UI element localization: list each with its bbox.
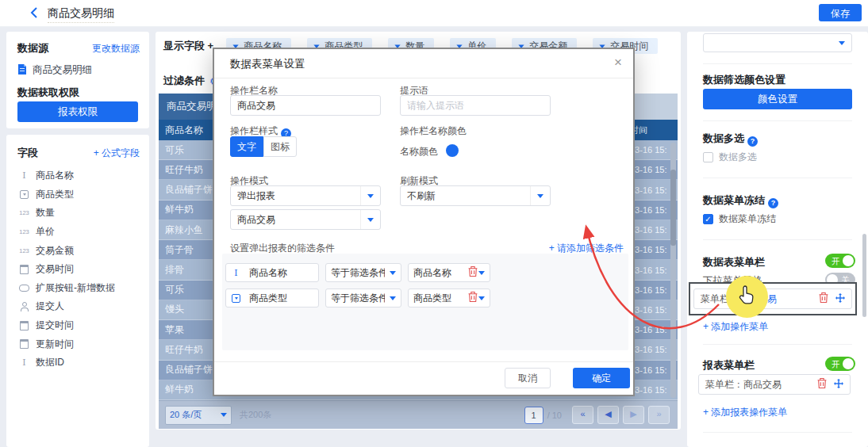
datasource-item[interactable]: 商品交易明细 (17, 63, 92, 77)
add-menu-link[interactable]: + 添加操作菜单 (703, 320, 768, 334)
top-bar: 商品交易明细 保存 (0, 0, 868, 27)
field-type-icon (229, 268, 243, 278)
report-menu-item[interactable]: 菜单栏： 商品交易 (698, 374, 851, 395)
op-mode-select[interactable]: 弹出报表 (230, 185, 381, 206)
next-page-button[interactable]: ▶ (623, 406, 644, 424)
datasource-heading: 数据源 (17, 41, 48, 55)
filter-value-select[interactable]: 商品名称 (408, 263, 490, 282)
chevron-down-icon (478, 296, 485, 304)
op-name-input[interactable] (230, 95, 381, 116)
refresh-mode-select[interactable]: 不刷新 (400, 185, 551, 206)
field-list-item[interactable]: 商品名称 (17, 166, 143, 185)
page: 商品交易明细 保存 数据源 更改数据源 商品交易明细 数据获取权限 报表权限 字… (0, 0, 868, 447)
filter-operator-select[interactable]: 等于筛选条件 (325, 263, 401, 282)
prev-page-button[interactable]: ◀ (597, 406, 619, 424)
move-icon[interactable] (834, 379, 843, 391)
delete-icon[interactable] (468, 266, 478, 279)
style-text-tab[interactable]: 文字 (230, 136, 263, 157)
field-list-item[interactable]: 商品类型 (17, 185, 143, 204)
filter-condition-row: 商品类型 等于筛选条件 商品类型 (225, 288, 490, 308)
dialog-footer (214, 361, 633, 397)
field-type-icon (17, 321, 31, 330)
field-list-item[interactable]: 交易金额 (17, 241, 143, 260)
menu-bar-item[interactable]: 菜单栏： 商品交易 (693, 288, 852, 309)
move-icon[interactable] (835, 293, 845, 305)
filter-field-box[interactable]: 商品类型 (225, 288, 319, 308)
help-icon[interactable] (747, 136, 758, 147)
page-size-value: 20 条/页 (170, 409, 202, 421)
field-list-item[interactable]: 数量 (17, 204, 143, 223)
hand-cursor-icon (737, 285, 755, 308)
field-list-item[interactable]: 提交人 (17, 297, 143, 316)
field-type-icon (17, 265, 31, 274)
field-label: 交易金额 (36, 244, 74, 258)
change-datasource-link[interactable]: 更改数据源 (92, 42, 140, 55)
toggle-knob (843, 358, 854, 369)
color-setting-button[interactable]: 颜色设置 (703, 89, 852, 109)
field-list-item[interactable]: 单价 (17, 223, 143, 242)
filter-operator-select[interactable]: 等于筛选条件 (325, 288, 401, 308)
page-number-input[interactable]: 1 (524, 407, 543, 424)
table-scrollbar[interactable] (670, 143, 676, 398)
filter-value: 商品类型 (409, 292, 474, 305)
tip-input[interactable] (400, 95, 551, 116)
style-icon-tab[interactable]: 图标 (263, 136, 297, 157)
delete-icon[interactable] (468, 292, 478, 304)
last-page-button[interactable]: » (648, 406, 670, 424)
checkbox-unchecked-icon (703, 152, 713, 162)
filter-field-box[interactable]: 商品名称 (225, 263, 319, 282)
field-label: 提交时间 (36, 319, 74, 332)
toggle-knob (843, 255, 854, 266)
field-list-item[interactable]: 更新时间 (17, 334, 143, 353)
filter-value-select[interactable]: 商品类型 (408, 288, 490, 308)
scrollbar-thumb[interactable] (670, 170, 676, 246)
close-icon[interactable]: × (614, 55, 622, 71)
add-report-menu-link[interactable]: + 添加报表操作菜单 (703, 406, 787, 419)
cancel-button[interactable]: 取消 (505, 368, 551, 388)
save-button[interactable]: 保存 (819, 4, 862, 21)
delete-icon[interactable] (817, 378, 827, 391)
field-list-item[interactable]: 扩展按钮-新增数据 (17, 279, 143, 298)
field-list-item[interactable]: 提交时间 (17, 316, 143, 335)
report-menu-toggle[interactable]: 开 (825, 357, 855, 371)
chevron-down-icon (537, 194, 543, 201)
color-swatch[interactable] (446, 144, 459, 157)
panel-scrollbar[interactable] (862, 234, 866, 317)
name-color-label: 名称颜色 (400, 145, 438, 159)
field-list: 商品名称 商品类型 数量 单价 (17, 166, 143, 372)
name-color-section-label: 操作栏名称颜色 (400, 124, 467, 138)
back-icon[interactable] (30, 7, 38, 21)
page-size-select[interactable]: 20 条/页 (165, 406, 232, 425)
field-list-item[interactable]: 数据ID (17, 353, 143, 372)
datasource-name: 商品交易明细 (33, 63, 92, 77)
menu-item-value: 商品交易 (743, 378, 782, 392)
freeze-checkbox[interactable]: 数据菜单冻结 (703, 212, 776, 226)
field-type-icon (17, 357, 31, 368)
chevron-down-icon (367, 194, 374, 201)
first-page-button[interactable]: « (572, 406, 593, 424)
multi-select-checkbox[interactable]: 数据多选 (703, 151, 757, 164)
field-label: 扩展按钮-新增数据 (36, 281, 115, 295)
delete-icon[interactable] (819, 292, 828, 305)
top-select[interactable] (703, 33, 852, 52)
table-menu-toggle[interactable]: 开 (825, 254, 855, 268)
filter-operator-value: 等于筛选条件 (326, 266, 385, 280)
help-icon[interactable] (768, 198, 778, 208)
checkbox-label: 数据多选 (719, 151, 757, 164)
page-title: 商品交易明细 (48, 6, 114, 23)
freeze-heading: 数据菜单冻结 (703, 193, 778, 208)
column-header-time[interactable]: 时间 (630, 124, 678, 136)
display-fields-label: 显示字段 + (163, 39, 213, 53)
add-formula-field-link[interactable]: + 公式字段 (94, 147, 140, 160)
multi-select-heading: 数据多选 (703, 132, 758, 147)
chevron-down-icon (221, 413, 227, 420)
confirm-button[interactable]: 确定 (573, 368, 630, 388)
toggle-label: 开 (832, 359, 840, 370)
field-list-item[interactable]: 交易时间 (17, 260, 143, 279)
report-menu-heading: 报表菜单栏 (703, 358, 755, 372)
report-permission-button[interactable]: 报表权限 (17, 101, 138, 122)
filter-field-label: 商品名称 (244, 266, 318, 280)
menu-item-prefix: 菜单栏： (705, 378, 743, 392)
checkbox-label: 数据菜单冻结 (719, 212, 776, 226)
op-target-select[interactable]: 商品交易 (230, 209, 381, 230)
